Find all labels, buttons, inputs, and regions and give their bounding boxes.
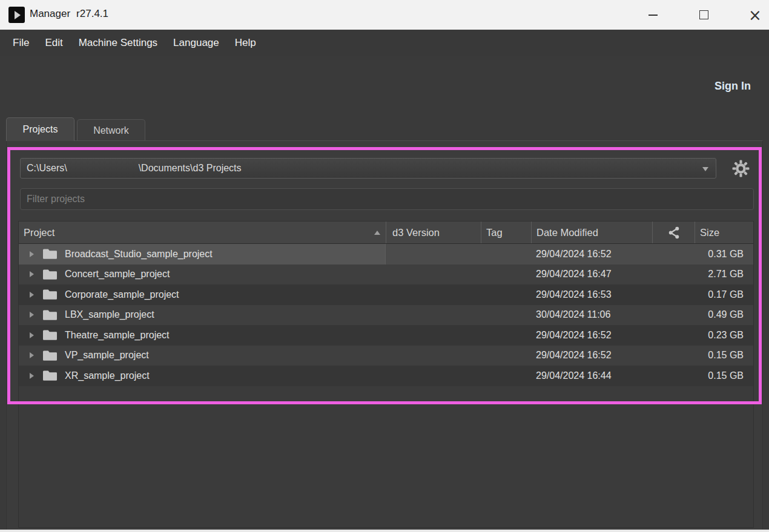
filter-projects-input[interactable] — [20, 188, 754, 210]
sort-ascending-icon — [374, 231, 380, 235]
project-cell: Concert_sample_project — [19, 264, 386, 285]
gear-icon — [731, 159, 750, 178]
share-cell — [652, 284, 695, 305]
menu-item[interactable]: Edit — [37, 37, 70, 49]
minimize-icon — [649, 15, 658, 16]
tag-cell — [481, 264, 531, 285]
column-header-share[interactable] — [652, 222, 695, 243]
date-modified-cell: 30/04/2024 11:06 — [531, 305, 652, 326]
folder-icon — [42, 370, 58, 381]
menu-item[interactable]: Language — [165, 37, 227, 49]
project-name: LBX_sample_project — [65, 309, 154, 320]
path-prefix: C:\Users\ — [27, 163, 67, 174]
expand-caret-icon[interactable] — [30, 352, 34, 358]
expand-caret-icon[interactable] — [30, 271, 34, 277]
share-cell — [652, 244, 695, 264]
tag-cell — [481, 346, 531, 366]
expand-caret-icon[interactable] — [30, 373, 34, 379]
share-cell — [652, 325, 695, 346]
share-cell — [652, 264, 695, 285]
d3-version-cell — [386, 366, 481, 386]
expand-caret-icon[interactable] — [30, 332, 34, 338]
path-suffix: \Documents\d3 Projects — [139, 163, 242, 174]
size-cell: 0.49 GB — [695, 305, 753, 326]
folder-icon — [42, 329, 58, 341]
folder-icon — [42, 248, 58, 260]
d3-version-cell — [386, 346, 481, 366]
project-cell: Theatre_sample_project — [19, 325, 386, 346]
column-label: d3 Version — [392, 227, 440, 238]
project-cell: Corporate_sample_project — [19, 284, 386, 305]
table-row[interactable]: VP_sample_project 29/04/2024 16:52 0.15 … — [19, 346, 753, 366]
window-title: Managerr27.4.1 — [30, 8, 108, 20]
size-cell: 0.31 GB — [695, 244, 753, 264]
menu-item[interactable]: File — [5, 37, 37, 49]
share-cell — [652, 305, 695, 326]
maximize-button[interactable] — [690, 0, 718, 30]
column-header-d3-version[interactable]: d3 Version — [386, 222, 481, 243]
folder-icon — [42, 350, 58, 361]
project-name: Broadcast_Studio_sample_project — [65, 249, 213, 260]
tab-network[interactable]: Network — [77, 119, 145, 141]
d3-version-cell — [386, 305, 481, 326]
tag-cell — [481, 244, 531, 264]
project-cell: LBX_sample_project — [19, 305, 386, 326]
expand-caret-icon[interactable] — [30, 251, 34, 257]
project-name: Concert_sample_project — [65, 269, 170, 280]
tab-projects[interactable]: Projects — [6, 117, 74, 141]
project-cell: XR_sample_project — [19, 366, 386, 386]
share-cell — [652, 346, 695, 366]
table-header: Project d3 Version Tag Date Modified Siz… — [19, 222, 753, 244]
project-cell: VP_sample_project — [19, 346, 386, 366]
date-modified-cell: 29/04/2024 16:52 — [531, 244, 652, 264]
folder-icon — [42, 269, 58, 280]
project-cell: Broadcast_Studio_sample_project — [19, 244, 386, 264]
settings-button[interactable] — [730, 157, 751, 179]
table-row[interactable]: Broadcast_Studio_sample_project 29/04/20… — [19, 244, 753, 264]
d3-version-cell — [386, 264, 481, 285]
menu-item[interactable]: Machine Settings — [71, 37, 165, 49]
tag-cell — [481, 366, 531, 386]
project-path-dropdown[interactable]: C:\Users\\Documents\d3 Projects — [20, 158, 716, 179]
sign-in-link[interactable]: Sign In — [715, 80, 751, 93]
project-name: Corporate_sample_project — [65, 289, 179, 300]
chevron-down-icon — [702, 167, 708, 171]
date-modified-cell: 29/04/2024 16:52 — [531, 325, 652, 346]
table-row[interactable]: Corporate_sample_project 29/04/2024 16:5… — [19, 284, 753, 305]
projects-table: Project d3 Version Tag Date Modified Siz… — [18, 221, 754, 528]
folder-icon — [42, 289, 58, 300]
table-row[interactable]: XR_sample_project 29/04/2024 16:44 0.15 … — [19, 366, 753, 386]
column-header-tag[interactable]: Tag — [481, 222, 531, 243]
share-icon — [667, 226, 681, 240]
d3-version-cell — [386, 284, 481, 305]
app-icon — [8, 7, 25, 23]
project-name: Theatre_sample_project — [65, 330, 170, 341]
date-modified-cell: 29/04/2024 16:53 — [531, 284, 652, 305]
folder-icon — [42, 309, 58, 321]
app-version: r27.4.1 — [76, 8, 108, 19]
maximize-icon — [699, 10, 708, 19]
menu-item[interactable]: Help — [227, 37, 264, 49]
column-header-project[interactable]: Project — [19, 222, 386, 243]
tag-cell — [481, 325, 531, 346]
tag-cell — [481, 284, 531, 305]
play-triangle-icon — [15, 11, 21, 19]
date-modified-cell: 29/04/2024 16:47 — [531, 264, 652, 285]
column-label: Tag — [486, 227, 503, 238]
expand-caret-icon[interactable] — [30, 292, 34, 298]
project-name: VP_sample_project — [65, 350, 149, 361]
size-cell: 0.15 GB — [695, 346, 753, 366]
close-button[interactable]: × — [741, 0, 769, 30]
d3-version-cell — [386, 325, 481, 346]
table-row[interactable]: Concert_sample_project 29/04/2024 16:47 … — [19, 264, 753, 285]
column-header-size[interactable]: Size — [695, 222, 753, 243]
column-header-date-modified[interactable]: Date Modified — [531, 222, 652, 243]
date-modified-cell: 29/04/2024 16:44 — [531, 366, 652, 386]
table-row[interactable]: Theatre_sample_project 29/04/2024 16:52 … — [19, 325, 753, 346]
minimize-button[interactable] — [639, 0, 667, 30]
size-cell: 0.17 GB — [695, 284, 753, 305]
expand-caret-icon[interactable] — [30, 312, 34, 318]
size-cell: 0.15 GB — [695, 366, 753, 386]
d3-version-cell — [386, 244, 481, 264]
table-row[interactable]: LBX_sample_project 30/04/2024 11:06 0.49… — [19, 305, 753, 326]
